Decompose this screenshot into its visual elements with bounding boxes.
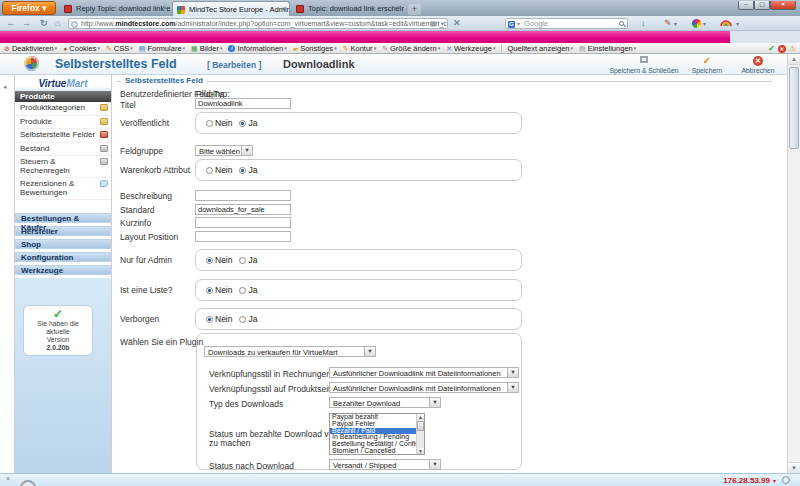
search-icon[interactable]	[619, 21, 624, 26]
refresh-icon[interactable]: ↻	[40, 18, 48, 28]
stop-icon[interactable]: ✕	[453, 18, 461, 28]
tab-reply-topic[interactable]: Reply Topic: download link erscheint ...…	[60, 1, 170, 16]
sidebar-item-rezensionen[interactable]: Rezensionen & Bewertungen	[15, 178, 111, 200]
devtool-disable[interactable]: ⊘Deaktivieren▾	[4, 44, 57, 53]
radio-ja[interactable]	[239, 120, 246, 127]
feldgruppe-select[interactable]: Bitte wählen▼	[195, 145, 253, 156]
scroll-down-icon[interactable]: ▼	[417, 448, 424, 454]
devtool-options[interactable]: ▤Einstellungen▾	[579, 44, 636, 53]
server-ip[interactable]: 176.28.53.99	[723, 476, 770, 485]
scroll-up-icon[interactable]: ▲	[417, 414, 424, 420]
devtool-information[interactable]: iInformationen▾	[228, 44, 286, 53]
sidebar-collapse-arrow[interactable]: ◂	[3, 83, 7, 91]
plugin-select[interactable]: Downloads zu verkaufen für VirtueMart▼	[204, 346, 376, 357]
radio-ja[interactable]	[239, 167, 246, 174]
radio-nein[interactable]	[206, 316, 213, 323]
beschreibung-input[interactable]	[195, 190, 291, 201]
devtool-resize[interactable]: ✎Größe ändern▾	[382, 44, 440, 53]
addon-dropdown-icon[interactable]: ▾	[736, 20, 739, 27]
sidebar-section-hersteller[interactable]: Hersteller	[15, 226, 111, 236]
downloads-icon[interactable]: ↓	[641, 18, 646, 28]
devtool-miscellaneous[interactable]: ▰Sonstiges▾	[293, 44, 337, 53]
download-type-select[interactable]: Bezahlter Download▼	[329, 397, 441, 408]
layout-position-input[interactable]	[195, 231, 291, 242]
scroll-thumb[interactable]	[417, 421, 424, 431]
dropdown-icon: ▼	[429, 398, 440, 407]
radio-nein[interactable]	[206, 257, 213, 264]
sidebar-item-produktkategorien[interactable]: Produktkategorien	[15, 102, 111, 116]
standard-input[interactable]	[195, 204, 291, 215]
listbox-scrollbar[interactable]: ▲ ▼	[416, 414, 424, 454]
sidebar-item-steuern[interactable]: Steuern & Rechenregeln	[15, 156, 111, 178]
tab-close-icon[interactable]: ×	[397, 4, 401, 11]
sidebar-item-produkte[interactable]: Produkte	[15, 116, 111, 130]
scroll-down-icon[interactable]: ▼	[788, 462, 800, 473]
home-icon[interactable]: ⌂	[55, 18, 60, 28]
devtool-status-icons: ✓ ✕ ⚠	[768, 44, 796, 53]
sidebar-section-shop[interactable]: Shop	[15, 239, 111, 249]
valid-check-icon[interactable]: ✓	[768, 44, 775, 53]
sidebar-item-bestand[interactable]: Bestand	[15, 143, 111, 157]
sidebar-section-produkte[interactable]: Produkte	[15, 91, 111, 102]
taxes-icon	[100, 158, 108, 165]
maximize-button[interactable]: ▢	[754, 1, 770, 10]
sidebar-section-werkzeuge[interactable]: Werkzeuge	[15, 265, 111, 275]
new-tab-button[interactable]: +	[408, 4, 421, 15]
url-bar[interactable]: http://www.mindtecstore.com/administrato…	[68, 18, 448, 29]
url-text: http://www.mindtecstore.com/administrato…	[81, 20, 448, 27]
radio-nein[interactable]	[206, 167, 213, 174]
tab-close-icon[interactable]: ×	[282, 5, 286, 12]
radio-nein[interactable]	[206, 120, 213, 127]
devtool-view-source[interactable]: Quelltext anzeigen▾	[501, 44, 573, 53]
minimize-button[interactable]: –	[738, 1, 754, 10]
devtool-images[interactable]: ▦Bilder▾	[191, 44, 222, 53]
search-engine-icon[interactable]: G	[508, 21, 515, 28]
radio-ja[interactable]	[239, 287, 246, 294]
scroll-up-icon[interactable]: ▲	[788, 54, 800, 65]
addon-highlighter-icon[interactable]: ✎	[664, 18, 672, 28]
warning-icon[interactable]: ⚠	[789, 44, 796, 53]
invoice-style-select[interactable]: Ausführlicher Downloadlink mit Dateiinfo…	[329, 367, 519, 378]
sidebar-item-selbsterstellte-felder[interactable]: Selbsterstellte Felder	[15, 129, 111, 143]
engine-dropdown-icon[interactable]: ▾	[517, 20, 520, 29]
status-option[interactable]: Storniert / Cancelled	[330, 448, 416, 455]
ip-dropdown-icon[interactable]: ▾	[773, 477, 776, 484]
veroeffentlicht-radio-group: Nein Ja	[195, 112, 522, 134]
addon-dropdown-icon[interactable]: ▾	[703, 20, 706, 27]
scroll-thumb[interactable]	[789, 67, 799, 149]
devtool-outline[interactable]: ✎Kontur▾	[343, 44, 377, 53]
radio-ja[interactable]	[239, 316, 246, 323]
tab-topic[interactable]: Topic: download link erscheint nicht i..…	[292, 1, 404, 16]
devtool-tools[interactable]: ✕Werkzeuge▾	[446, 44, 495, 53]
status-multiselect[interactable]: Paypal bezahlt Paypal Fehler Bezahlt / P…	[329, 413, 425, 455]
error-icon[interactable]: ✕	[778, 45, 786, 53]
sidebar-section-konfiguration[interactable]: Konfiguration	[15, 252, 111, 262]
devtool-cookies[interactable]: ●Cookies▾	[63, 44, 100, 53]
tab-close-icon[interactable]: ×	[163, 4, 167, 11]
titel-input[interactable]	[195, 98, 291, 109]
firefox-menu-button[interactable]: Firefox ▾	[2, 1, 56, 15]
cancel-button[interactable]: ✕ Abbrechen	[734, 55, 782, 74]
statusbar-close-icon[interactable]: ×	[6, 475, 10, 482]
sidebar-section-bestellungen[interactable]: Bestellungen & Käufer	[15, 213, 111, 223]
devtool-css[interactable]: ✎CSS▾	[106, 44, 133, 53]
search-input[interactable]: G ▾ Google	[505, 18, 628, 29]
product-style-select[interactable]: Ausführlicher Downloadlink mit Dateiinfo…	[329, 382, 519, 393]
close-button[interactable]: ×	[770, 1, 796, 10]
radio-ja[interactable]	[239, 257, 246, 264]
save-close-button[interactable]: Speichern & Schließen	[608, 55, 680, 74]
vertical-scrollbar[interactable]: ▲ ▼	[787, 54, 800, 473]
back-icon[interactable]: ←	[6, 18, 15, 28]
colorzilla-icon[interactable]	[692, 19, 701, 28]
devtool-forms[interactable]: ▤Formulare▾	[139, 44, 185, 53]
bookmark-star-icon[interactable]: ☆ ▦ ▾	[420, 19, 445, 28]
addon-dropdown-icon[interactable]: ▾	[674, 20, 677, 27]
rainbow-addon-icon[interactable]	[720, 18, 732, 28]
web-developer-toolbar: ⊘Deaktivieren▾ ●Cookies▾ ✎CSS▾ ▤Formular…	[0, 43, 800, 54]
kurzinfo-input[interactable]	[195, 217, 291, 228]
radio-nein[interactable]	[206, 287, 213, 294]
status-after-select[interactable]: Versandt / Shipped▼	[329, 459, 441, 470]
forward-icon[interactable]: →	[22, 18, 31, 28]
save-button[interactable]: ✓ Speichern	[684, 55, 730, 74]
tab-mindtec-admin[interactable]: MindTec Store Europe - Administrati... ×	[172, 1, 290, 16]
